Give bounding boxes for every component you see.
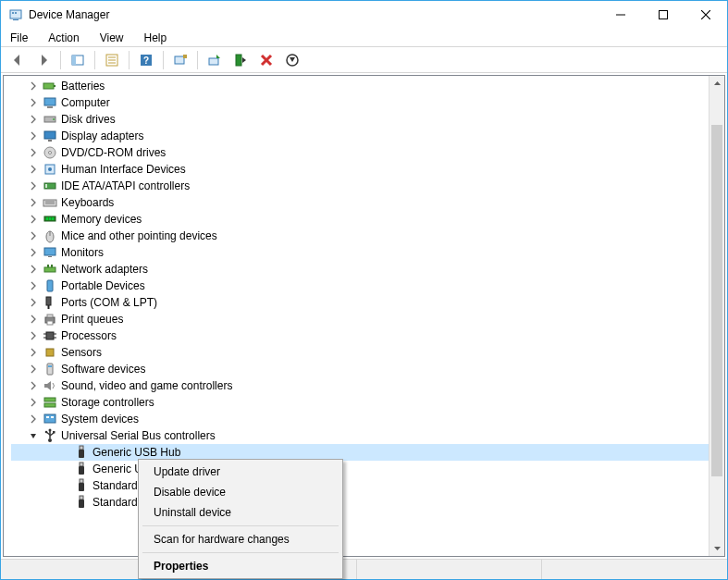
tree-item-label: Standard: [93, 496, 138, 509]
context-menu-item[interactable]: Scan for hardware changes: [141, 529, 340, 549]
tree-item[interactable]: Network adapters: [11, 261, 709, 278]
status-cell: [542, 560, 727, 579]
expand-icon[interactable]: [28, 397, 39, 408]
uninstall-device-button[interactable]: [255, 50, 278, 70]
expand-icon[interactable]: [28, 347, 39, 358]
tree-item-usb-child[interactable]: Standard: [11, 477, 709, 494]
context-menu-item[interactable]: Uninstall device: [141, 502, 340, 523]
update-driver-button[interactable]: [204, 50, 226, 70]
tree-item[interactable]: DVD/CD-ROM drives: [11, 144, 709, 161]
enable-device-button[interactable]: [229, 50, 252, 70]
device-tree[interactable]: BatteriesComputerDisk drivesDisplay adap…: [4, 76, 709, 556]
expand-icon[interactable]: [28, 80, 39, 92]
expand-icon[interactable]: [28, 230, 39, 241]
svg-rect-19: [236, 55, 241, 66]
svg-rect-0: [10, 10, 21, 19]
tree-item[interactable]: Human Interface Devices: [11, 161, 709, 178]
menu-help[interactable]: Help: [141, 31, 171, 45]
tree-item[interactable]: Monitors: [11, 244, 709, 261]
expand-icon[interactable]: [28, 164, 39, 175]
svg-rect-41: [46, 217, 48, 220]
expand-icon[interactable]: [28, 214, 39, 225]
expand-icon[interactable]: [28, 280, 39, 291]
tree-item[interactable]: Display adapters: [11, 128, 709, 144]
menubar: File Action View Help: [1, 29, 727, 47]
tree-item[interactable]: Software devices: [11, 361, 709, 377]
expand-icon[interactable]: [28, 180, 39, 191]
tree-item[interactable]: Portable Devices: [11, 278, 709, 294]
tree-item-label: Processors: [61, 329, 117, 342]
collapse-icon[interactable]: [28, 430, 39, 441]
context-menu-item[interactable]: Update driver: [141, 462, 340, 482]
expand-icon[interactable]: [28, 97, 39, 108]
svg-rect-65: [44, 398, 56, 401]
expand-icon[interactable]: [28, 314, 39, 325]
scroll-track[interactable]: [709, 92, 724, 540]
tree-item[interactable]: Sound, video and game controllers: [11, 377, 709, 394]
tree-item[interactable]: Computer: [11, 94, 709, 111]
expand-icon[interactable]: [28, 264, 39, 275]
menu-file[interactable]: File: [6, 31, 31, 45]
device-manager-window: Device Manager File Action View Help: [0, 0, 728, 580]
tree-item[interactable]: System devices: [11, 411, 709, 427]
statusbar: [1, 559, 727, 579]
system-icon: [43, 412, 57, 426]
properties-button[interactable]: [101, 50, 123, 70]
tree-item[interactable]: IDE ATA/ATAPI controllers: [11, 178, 709, 194]
tree-item[interactable]: Processors: [11, 327, 709, 344]
tree-item-usb-child[interactable]: Generic U: [11, 461, 709, 477]
scan-hardware-button[interactable]: [169, 50, 191, 70]
expand-icon[interactable]: [28, 364, 39, 375]
tree-item[interactable]: Keyboards: [11, 194, 709, 211]
back-button[interactable]: [6, 50, 29, 70]
tree-container: BatteriesComputerDisk drivesDisplay adap…: [3, 75, 725, 557]
svg-rect-5: [660, 11, 668, 19]
svg-rect-63: [47, 364, 53, 375]
disable-device-button[interactable]: [281, 50, 303, 70]
expand-icon[interactable]: [28, 380, 39, 391]
tree-item[interactable]: Print queues: [11, 311, 709, 327]
svg-rect-69: [51, 416, 54, 418]
tree-item[interactable]: Mice and other pointing devices: [11, 228, 709, 244]
svg-rect-18: [209, 58, 218, 65]
scroll-thumb[interactable]: [711, 125, 722, 476]
tree-item[interactable]: Memory devices: [11, 211, 709, 228]
menu-view[interactable]: View: [96, 31, 128, 45]
expand-icon[interactable]: [28, 297, 39, 308]
tree-item-label: Ports (COM & LPT): [61, 296, 157, 309]
tree-item-usb-child[interactable]: Generic USB Hub: [11, 444, 709, 461]
tree-item[interactable]: Disk drives: [11, 111, 709, 128]
tree-item[interactable]: Sensors: [11, 344, 709, 361]
maximize-button[interactable]: [642, 1, 685, 29]
tree-item[interactable]: Batteries: [11, 78, 709, 94]
scroll-up-button[interactable]: [709, 76, 724, 92]
vertical-scrollbar[interactable]: [709, 76, 724, 556]
context-menu-separator: [142, 525, 339, 526]
tree-item-usb-controllers[interactable]: Universal Serial Bus controllers: [11, 427, 709, 444]
context-menu-item[interactable]: Properties: [141, 556, 340, 576]
expand-icon[interactable]: [28, 413, 39, 425]
expand-icon[interactable]: [28, 114, 39, 125]
expand-icon[interactable]: [28, 247, 39, 258]
toolbar-separator: [163, 51, 164, 69]
context-menu-item[interactable]: Disable device: [141, 482, 340, 502]
tree-item[interactable]: Ports (COM & LPT): [11, 294, 709, 311]
tree-item-usb-child[interactable]: Standard: [11, 494, 709, 511]
svg-point-2: [12, 12, 14, 14]
svg-rect-49: [47, 265, 49, 267]
forward-button[interactable]: [32, 50, 55, 70]
tree-item[interactable]: Storage controllers: [11, 394, 709, 411]
svg-rect-24: [54, 85, 56, 87]
show-hide-console-tree-button[interactable]: [67, 50, 89, 70]
help-button[interactable]: ?: [135, 50, 157, 70]
menu-action[interactable]: Action: [44, 31, 82, 45]
scroll-down-button[interactable]: [709, 540, 724, 556]
expand-icon[interactable]: [28, 147, 39, 158]
expand-icon[interactable]: [28, 330, 39, 341]
context-menu-item-label: Uninstall device: [154, 506, 231, 519]
expand-icon[interactable]: [28, 197, 39, 208]
expand-icon[interactable]: [28, 130, 39, 142]
close-button[interactable]: [685, 1, 727, 29]
minimize-button[interactable]: [599, 1, 642, 29]
tree-item-label: Generic USB Hub: [93, 446, 180, 459]
